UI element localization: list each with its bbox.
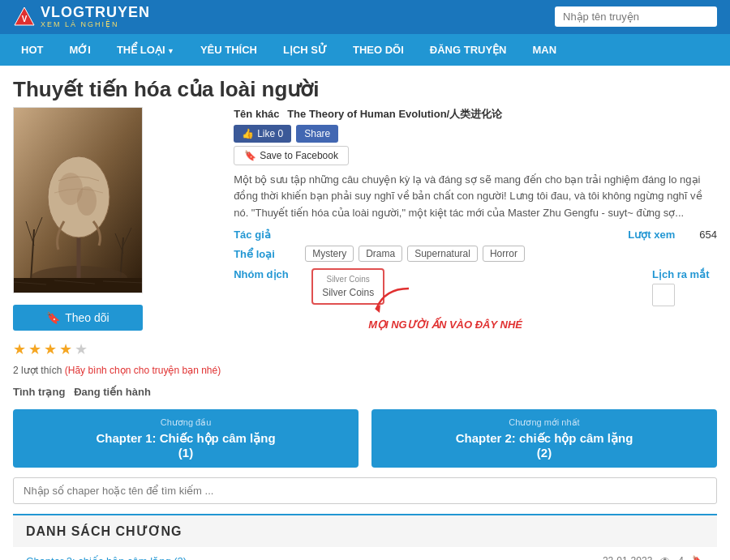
svg-point-14 [77, 186, 97, 216]
main-content: Thuyết tiến hóa của loài người [0, 66, 730, 560]
author-section: Tác giả [234, 229, 303, 241]
genre-label: Thể loại [234, 248, 298, 260]
likes-text: 2 lượt thích (Hãy bình chọn cho truyện b… [13, 365, 221, 376]
annotation-label: MỌI NGƯỜI ẤN VÀO ĐÂY NHÉ [368, 318, 522, 331]
share-button[interactable]: Share [296, 125, 338, 143]
likes-count: 2 [13, 365, 19, 376]
nav-theo-doi[interactable]: THEO DÕI [340, 34, 417, 66]
genre-horror[interactable]: Horror [483, 246, 525, 262]
alt-name-value: The Theory of Human Evolution/人类进化论 [287, 108, 502, 120]
svg-rect-15 [14, 278, 143, 293]
group-release-row: Nhóm dịch Silver Coins Silver Coins MỌI … [234, 268, 717, 306]
chapter-views: 4 [678, 555, 684, 560]
star-1[interactable]: ★ [13, 340, 26, 358]
logo-text: VLOGTRUYEN XEM LÀ NGHIỆN [41, 5, 150, 29]
chapter-date: 22-01-2023 [603, 555, 652, 560]
status-label: Tình trạng [13, 386, 65, 398]
arrow-svg [368, 284, 417, 317]
left-column: 🔖 Theo dõi ★ ★ ★ ★ ★ 2 lượt thích (Hãy b… [13, 107, 221, 398]
bookmark-list-icon[interactable]: 🔖 [692, 555, 704, 560]
latest-chapter-button[interactable]: Chương mới nhất Chapter 2: chiếc hộp câm… [371, 409, 717, 468]
site-tagline: XEM LÀ NGHIỆN [41, 21, 150, 29]
like-button[interactable]: 👍 Like 0 [234, 125, 291, 143]
views-section: Lượt xem 654 [628, 229, 717, 241]
chapter-meta: 22-01-2023 👁 4 🔖 [603, 555, 704, 560]
nav-man[interactable]: MAN [520, 34, 570, 66]
latest-chapter-title-text: Chapter 2: chiếc hộp câm lặng [456, 431, 633, 445]
alt-name-label: Tên khác [234, 108, 279, 120]
follow-button[interactable]: 🔖 Theo dõi [13, 305, 143, 331]
like-label: Like 0 [257, 128, 283, 139]
latest-chapter-num: (2) [537, 446, 552, 460]
nav-hot[interactable]: HOT [8, 34, 56, 66]
likes-label: lượt thích [21, 365, 62, 376]
eye-icon: 👁 [660, 555, 670, 560]
nav-bar: HOT MỚI THỂ LOẠI YÊU THÍCH LỊCH SỬ THEO … [0, 34, 730, 66]
genre-drama[interactable]: Drama [359, 246, 402, 262]
author-label: Tác giả [234, 229, 298, 241]
first-chapter-title: Chapter 1: Chiếc hộp câm lặng (1) [26, 431, 346, 460]
group-card-area: Silver Coins Silver Coins MỌI NGƯỜI ẤN V… [311, 268, 384, 305]
bookmark-icon: 🔖 [46, 311, 60, 324]
right-column: Tên khác The Theory of Human Evolution/人… [221, 107, 717, 398]
nav-the-loai[interactable]: THỂ LOẠI [104, 34, 187, 66]
genre-row: Thể loại Mystery Drama Supernatural Horr… [234, 246, 717, 262]
first-chapter-num: (1) [178, 446, 193, 460]
latest-chapter-title: Chapter 2: chiếc hộp câm lặng (2) [384, 431, 704, 460]
release-calendar-icon [652, 284, 675, 306]
save-bookmark-icon: 🔖 [244, 150, 256, 161]
cover-image [13, 107, 143, 293]
chapter-link[interactable]: Chapter 2: chiếc hộp câm lặng (2) [26, 555, 187, 560]
release-label: Lịch ra mắt [652, 268, 717, 280]
status-value: Đang tiến hành [74, 386, 151, 398]
site-name: VLOGTRUYEN [41, 5, 150, 21]
thumbs-up-icon: 👍 [242, 128, 254, 139]
star-2[interactable]: ★ [28, 340, 41, 358]
star-4[interactable]: ★ [59, 340, 72, 358]
group-card-title: Silver Coins [321, 275, 375, 284]
author-views-row: Tác giả Lượt xem 654 [234, 229, 717, 241]
genre-mystery[interactable]: Mystery [305, 246, 354, 262]
star-5[interactable]: ★ [75, 340, 88, 358]
alt-names-row: Tên khác The Theory of Human Evolution/人… [234, 107, 717, 122]
views-count: 654 [699, 229, 717, 241]
chapter-buttons: Chương đầu Chapter 1: Chiếc hộp câm lặng… [13, 409, 717, 468]
group-name: Silver Coins [321, 287, 375, 298]
first-chapter-title-text: Chapter 1: Chiếc hộp câm lặng [96, 431, 275, 445]
table-row: Chapter 2: chiếc hộp câm lặng (2) 22-01-… [13, 547, 717, 560]
genre-tags: Mystery Drama Supernatural Horror [305, 246, 525, 262]
search-input[interactable] [555, 6, 717, 27]
group-label: Nhóm dịch [234, 268, 298, 280]
manga-top-section: 🔖 Theo dõi ★ ★ ★ ★ ★ 2 lượt thích (Hãy b… [13, 107, 717, 398]
nav-lich-su[interactable]: LỊCH SỬ [270, 34, 340, 66]
likes-hint[interactable]: (Hãy bình chọn cho truyện bạn nhé) [65, 365, 221, 376]
manga-title: Thuyết tiến hóa của loài người [13, 77, 717, 102]
svg-text:V: V [22, 15, 28, 24]
star-3[interactable]: ★ [44, 340, 57, 358]
save-fb-label: Save to Facebook [260, 150, 338, 161]
views-label: Lượt xem [628, 229, 693, 241]
nav-dang-truyen[interactable]: ĐĂNG TRUYỆN [417, 34, 520, 66]
manga-description: Một bộ sưu tập những câu chuyện kỳ lạ và… [234, 172, 717, 222]
nav-moi[interactable]: MỚI [56, 34, 103, 66]
first-chapter-label: Chương đầu [26, 417, 346, 428]
status-row: Tình trạng Đang tiến hành [13, 386, 221, 398]
logo-icon: V [13, 6, 36, 28]
save-facebook-button[interactable]: 🔖 Save to Facebook [234, 146, 349, 165]
latest-chapter-label: Chương mới nhất [384, 417, 704, 428]
social-buttons: 👍 Like 0 Share [234, 125, 717, 143]
stars-row: ★ ★ ★ ★ ★ [13, 340, 221, 358]
top-header: V VLOGTRUYEN XEM LÀ NGHIỆN [0, 0, 730, 34]
release-section: Lịch ra mắt [652, 268, 717, 306]
logo-area: V VLOGTRUYEN XEM LÀ NGHIỆN [13, 5, 150, 29]
first-chapter-button[interactable]: Chương đầu Chapter 1: Chiếc hộp câm lặng… [13, 409, 359, 468]
chapter-search-input[interactable] [13, 477, 717, 504]
genre-supernatural[interactable]: Supernatural [407, 246, 478, 262]
nav-yeu-thich[interactable]: YÊU THÍCH [187, 34, 270, 66]
chapter-list-header: DANH SÁCH CHƯƠNG [13, 514, 717, 547]
annotation-text: MỌI NGƯỜI ẤN VÀO ĐÂY NHÉ [368, 284, 522, 331]
follow-label: Theo dõi [65, 311, 109, 324]
